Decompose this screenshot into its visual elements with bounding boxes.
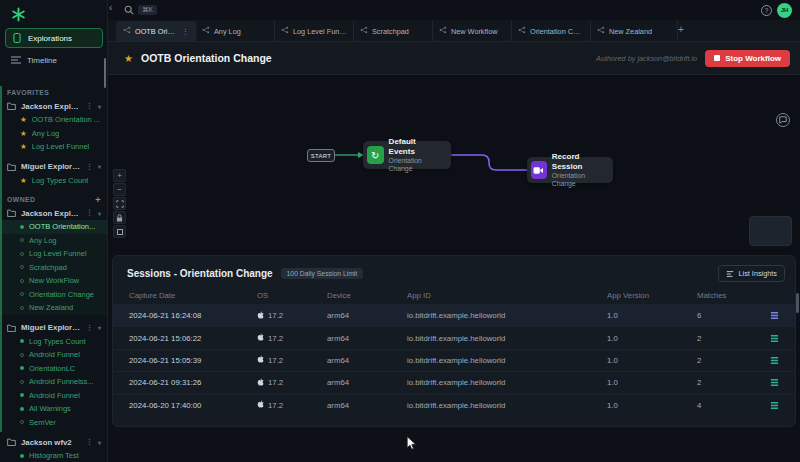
sidebar-row[interactable]: ★ Any Log ⋮ ▾ + bbox=[0, 127, 108, 141]
sidebar-row[interactable]: ★ SemVer ⋮ ▾ + bbox=[0, 416, 108, 430]
cell-os: 17.2 bbox=[257, 355, 327, 365]
star-icon: ★ bbox=[20, 115, 27, 124]
workflow-tab[interactable]: New Zealand ⋮ bbox=[590, 21, 669, 41]
table-scrollbar[interactable] bbox=[796, 293, 799, 313]
bullet-icon bbox=[20, 339, 24, 343]
new-tab-button[interactable]: + bbox=[677, 20, 684, 40]
folder-icon bbox=[7, 102, 16, 110]
zoom-in-button[interactable]: + bbox=[113, 169, 126, 182]
workflow-tab[interactable]: Log Level Funnel ⋮ bbox=[274, 21, 353, 41]
chevron-down-icon[interactable]: ▾ bbox=[98, 103, 101, 110]
session-timeline-icon[interactable] bbox=[770, 334, 779, 343]
col-app-id[interactable]: App ID bbox=[407, 291, 607, 300]
col-os[interactable]: OS bbox=[257, 291, 327, 300]
sidebar-row[interactable]: ★ Jackson Explor... ⋮ ▾ + bbox=[0, 99, 108, 113]
kebab-menu-icon[interactable]: ⋮ bbox=[86, 438, 93, 446]
session-timeline-icon[interactable] bbox=[770, 401, 779, 410]
sidebar-row[interactable]: ★ Miguel Explorati... ⋮ ▾ + bbox=[0, 160, 108, 174]
bullet-icon bbox=[20, 225, 24, 229]
table-row[interactable]: 2024-06-20 17:40:00 17.2 arm64 io.bitdri… bbox=[113, 394, 795, 416]
sidebar-row[interactable]: ★ Histogram Test ⋮ ▾ + bbox=[0, 449, 108, 462]
cell-capture-date: 2024-06-21 15:05:39 bbox=[129, 356, 257, 365]
sidebar: Explorations Timeline bbox=[0, 0, 108, 462]
workflow-tab[interactable]: Orientation Change ⋮ bbox=[511, 21, 590, 41]
sidebar-row[interactable]: ★ OOTB Orientation... ⋮ ▾ + bbox=[0, 220, 108, 234]
chevron-down-icon[interactable]: ▾ bbox=[98, 210, 101, 217]
tab-label: Scratchpad bbox=[372, 27, 426, 36]
sidebar-row[interactable]: ★ OOTB Orientation ... ⋮ ▾ + bbox=[0, 113, 108, 127]
add-exploration-icon[interactable]: + bbox=[95, 195, 101, 205]
list-insights-button[interactable]: List Insights bbox=[718, 265, 785, 282]
sidebar-row[interactable]: ★ Orientation Change ⋮ ▾ + bbox=[0, 288, 108, 302]
apple-icon bbox=[257, 378, 264, 388]
kebab-menu-icon[interactable]: ⋮ bbox=[86, 209, 93, 217]
sidebar-row[interactable]: ★ Jackson Explorati... ⋮ ▾ + bbox=[0, 206, 108, 220]
sidebar-row[interactable]: ★ New WorkFlow ⋮ ▾ + bbox=[0, 274, 108, 288]
top-utility-bar: ⌘K ? JH bbox=[108, 0, 800, 20]
folder-icon bbox=[7, 209, 16, 217]
bullet-icon bbox=[20, 420, 24, 424]
chevron-down-icon[interactable]: ▾ bbox=[98, 439, 101, 446]
favorite-star-icon[interactable]: ★ bbox=[124, 53, 133, 64]
sidebar-row[interactable]: ★ All Warnings ⋮ ▾ + bbox=[0, 402, 108, 416]
bitdrift-logo-icon[interactable] bbox=[9, 5, 27, 23]
chevron-down-icon[interactable]: ▾ bbox=[98, 324, 101, 331]
sidebar-row[interactable]: ★ Log Level Funnel ⋮ ▾ + bbox=[0, 247, 108, 261]
start-node[interactable]: START bbox=[307, 149, 335, 162]
zoom-out-button[interactable]: − bbox=[113, 183, 126, 196]
fit-view-button[interactable] bbox=[113, 197, 126, 210]
workflow-tab[interactable]: Scratchpad ⋮ bbox=[353, 21, 432, 41]
kebab-menu-icon[interactable]: ⋮ bbox=[86, 163, 93, 171]
col-matches[interactable]: Matches bbox=[697, 291, 765, 300]
session-timeline-icon[interactable] bbox=[770, 378, 779, 387]
workflow-tab[interactable]: New Workflow ⋮ bbox=[432, 21, 511, 41]
sidebar-scrollbar[interactable] bbox=[104, 58, 106, 88]
canvas-minimap[interactable] bbox=[749, 216, 792, 246]
sidebar-row[interactable]: ★ Scratchpad ⋮ ▾ + bbox=[0, 261, 108, 275]
cell-app-version: 1.0 bbox=[607, 401, 697, 410]
workflow-tab[interactable]: OOTB Orientation... ⋮ bbox=[116, 21, 195, 41]
kebab-menu-icon[interactable]: ⋮ bbox=[86, 102, 93, 110]
cell-capture-date: 2024-06-21 15:06:22 bbox=[129, 334, 257, 343]
comment-bubble-icon[interactable] bbox=[776, 113, 790, 127]
col-device[interactable]: Device bbox=[327, 291, 407, 300]
help-icon[interactable]: ? bbox=[761, 5, 772, 16]
sidebar-row[interactable]: ★ Any Log ⋮ ▾ + bbox=[0, 234, 108, 248]
cell-capture-date: 2024-06-21 16:24:08 bbox=[129, 311, 257, 320]
stop-workflow-button[interactable]: Stop Workflow bbox=[705, 50, 790, 67]
sidebar-row[interactable]: ★ Log Types Count ⋮ ▾ + bbox=[0, 335, 108, 349]
attribution-button[interactable] bbox=[113, 225, 126, 238]
sidebar-row[interactable]: ★ New Zealand ⋮ ▾ + bbox=[0, 301, 108, 315]
tab-kebab-icon[interactable]: ⋮ bbox=[182, 27, 189, 36]
avatar[interactable]: JH bbox=[777, 3, 792, 18]
apple-icon bbox=[257, 333, 264, 343]
sidebar-nav-item[interactable]: Timeline bbox=[5, 50, 103, 70]
default-events-node[interactable]: ↻ Default Events Orientation Change bbox=[363, 141, 451, 169]
table-row[interactable]: 2024-06-21 15:05:39 17.2 arm64 io.bitdri… bbox=[113, 349, 795, 371]
sidebar-row[interactable]: ★ Log Types Count ⋮ ▾ + bbox=[0, 174, 108, 188]
session-timeline-icon[interactable] bbox=[770, 311, 779, 320]
sidebar-row[interactable]: ★ Jackson wfv2 ⋮ ▾ + bbox=[0, 435, 108, 449]
sidebar-row[interactable]: ★ Miguel Explorati... ⋮ ▾ + bbox=[0, 321, 108, 335]
sidebar-row[interactable]: ★ Android Funnelss... ⋮ ▾ + bbox=[0, 375, 108, 389]
lock-button[interactable] bbox=[113, 211, 126, 224]
chevron-down-icon[interactable]: ▾ bbox=[98, 163, 101, 170]
sidebar-row[interactable]: ★ OWNED ⋮ ▾ + bbox=[0, 193, 108, 206]
sidebar-row[interactable]: ★ FAVORITES ⋮ ▾ + bbox=[0, 86, 108, 99]
sidebar-row[interactable]: ★ OrientationLC ⋮ ▾ + bbox=[0, 362, 108, 376]
sidebar-row[interactable]: ★ Log Level Funnel ⋮ ▾ + bbox=[0, 140, 108, 154]
table-row[interactable]: 2024-06-21 15:06:22 17.2 arm64 io.bitdri… bbox=[113, 326, 795, 348]
record-session-node[interactable]: Record Session Orientation Change bbox=[527, 157, 613, 183]
table-row[interactable]: 2024-06-21 16:24:08 17.2 arm64 io.bitdri… bbox=[113, 304, 795, 326]
sidebar-row[interactable]: ★ Android Funnel ⋮ ▾ + bbox=[0, 348, 108, 362]
session-timeline-icon[interactable] bbox=[770, 356, 779, 365]
table-row[interactable]: 2024-06-21 09:31:26 17.2 arm64 io.bitdri… bbox=[113, 371, 795, 393]
col-app-version[interactable]: App Version bbox=[607, 291, 697, 300]
sidebar-row[interactable]: ★ Android Funnel ⋮ ▾ + bbox=[0, 389, 108, 403]
workflow-canvas[interactable]: START ↻ Default Events Orientation Chang… bbox=[108, 75, 800, 255]
global-search[interactable]: ⌘K bbox=[124, 1, 157, 19]
sidebar-nav-item[interactable]: Explorations bbox=[5, 28, 103, 48]
col-capture-date[interactable]: Capture Date bbox=[129, 291, 257, 300]
kebab-menu-icon[interactable]: ⋮ bbox=[86, 324, 93, 332]
workflow-tab[interactable]: Any Log ⋮ bbox=[195, 21, 274, 41]
